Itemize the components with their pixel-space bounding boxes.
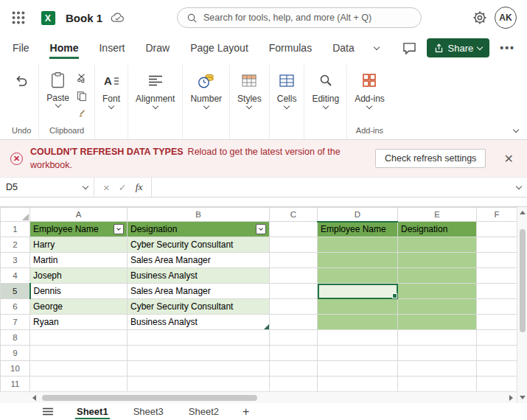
column-header-C[interactable]: C xyxy=(270,208,318,222)
account-avatar[interactable]: AK xyxy=(495,7,517,29)
row-header-5[interactable]: 5 xyxy=(1,284,30,299)
scroll-down-arrow-icon[interactable] xyxy=(520,396,526,399)
menu-item-data[interactable]: Data xyxy=(332,37,355,59)
ribbon-group-number[interactable]: Number xyxy=(183,65,230,139)
cell-A11[interactable] xyxy=(30,377,128,392)
cell-F6[interactable] xyxy=(477,299,517,315)
cell-B10[interactable] xyxy=(128,361,270,377)
cell-C2[interactable] xyxy=(270,237,318,253)
cut-icon[interactable] xyxy=(77,72,87,85)
cell-A5[interactable]: Dennis xyxy=(30,284,128,299)
cell-A9[interactable] xyxy=(30,346,128,361)
cell-A7[interactable]: Ryaan xyxy=(30,315,128,330)
cell-C9[interactable] xyxy=(270,346,318,361)
column-header-A[interactable]: A xyxy=(30,208,128,222)
cell-C1[interactable] xyxy=(270,222,318,237)
row-header-4[interactable]: 4 xyxy=(1,268,30,284)
cloud-saved-icon[interactable] xyxy=(110,12,126,24)
row-header-6[interactable]: 6 xyxy=(1,299,30,315)
row-header-7[interactable]: 7 xyxy=(1,315,30,330)
menu-overflow-chevron-icon[interactable] xyxy=(373,43,379,49)
add-sheet-button[interactable]: + xyxy=(242,406,249,418)
menu-item-page-layout[interactable]: Page Layout xyxy=(189,37,249,59)
sheet-tab-sheet1[interactable]: Sheet1 xyxy=(75,405,110,419)
cell-C7[interactable] xyxy=(270,315,318,330)
filter-button[interactable] xyxy=(256,224,266,234)
cell-D9[interactable] xyxy=(318,346,398,361)
share-button[interactable]: Share xyxy=(427,38,490,57)
search-bar[interactable] xyxy=(177,7,422,28)
cell-B9[interactable] xyxy=(128,346,270,361)
cell-A4[interactable]: Joseph xyxy=(30,268,128,284)
horizontal-scroll-thumb[interactable] xyxy=(42,395,257,401)
gear-icon[interactable] xyxy=(472,10,487,25)
cell-F9[interactable] xyxy=(477,346,517,361)
row-header-9[interactable]: 9 xyxy=(1,346,30,361)
cell-B3[interactable]: Sales Area Manager xyxy=(128,253,270,268)
cell-F3[interactable] xyxy=(477,253,517,268)
column-header-F[interactable]: F xyxy=(477,208,517,222)
ribbon-group-styles[interactable]: Styles xyxy=(230,65,270,139)
cell-A6[interactable]: George xyxy=(30,299,128,315)
cell-E9[interactable] xyxy=(398,346,477,361)
cell-B5[interactable]: Sales Area Manager xyxy=(128,284,270,299)
cell-E11[interactable] xyxy=(398,377,477,392)
ribbon-group-cells[interactable]: Cells xyxy=(270,65,305,139)
cell-A10[interactable] xyxy=(30,361,128,377)
cell-C3[interactable] xyxy=(270,253,318,268)
column-header-E[interactable]: E xyxy=(398,208,477,222)
cell-E3[interactable] xyxy=(398,253,477,268)
app-launcher-icon[interactable] xyxy=(10,10,27,26)
cell-F1[interactable] xyxy=(477,222,517,237)
undo-icon[interactable] xyxy=(14,69,29,91)
filter-button[interactable] xyxy=(114,224,124,234)
close-notification-icon[interactable]: ✕ xyxy=(501,152,517,166)
cell-E5[interactable] xyxy=(398,284,477,299)
cell-A8[interactable] xyxy=(30,330,128,346)
cell-E7[interactable] xyxy=(398,315,477,330)
row-header-8[interactable]: 8 xyxy=(1,330,30,346)
cell-F8[interactable] xyxy=(477,330,517,346)
row-header-10[interactable]: 10 xyxy=(1,361,30,377)
cancel-entry-icon[interactable]: × xyxy=(103,182,110,193)
insert-function-icon[interactable]: fx xyxy=(136,181,143,193)
cell-B8[interactable] xyxy=(128,330,270,346)
cell-C4[interactable] xyxy=(270,268,318,284)
scroll-left-arrow-icon[interactable] xyxy=(32,395,36,401)
copy-icon[interactable] xyxy=(77,91,87,104)
sheet-list-icon[interactable] xyxy=(43,407,53,416)
cell-E6[interactable] xyxy=(398,299,477,315)
cell-C6[interactable] xyxy=(270,299,318,315)
paste-button[interactable]: Paste xyxy=(46,69,69,122)
cell-E4[interactable] xyxy=(398,268,477,284)
ribbon-group-font[interactable]: A Font xyxy=(95,65,128,139)
cell-D11[interactable] xyxy=(318,377,398,392)
name-box-chevron-icon[interactable] xyxy=(83,183,88,189)
cell-D6[interactable] xyxy=(318,299,398,315)
cell-E1[interactable]: Designation xyxy=(398,222,477,237)
cell-B11[interactable] xyxy=(128,377,270,392)
more-options-icon[interactable]: ••• xyxy=(500,42,515,54)
format-painter-icon[interactable] xyxy=(77,109,87,122)
cell-D5-active[interactable] xyxy=(318,284,398,299)
cell-B1[interactable]: Designation xyxy=(128,222,270,237)
cell-B6[interactable]: Cyber Security Consultant xyxy=(128,299,270,315)
workbook-title[interactable]: Book 1 xyxy=(66,12,102,24)
menu-item-formulas[interactable]: Formulas xyxy=(268,37,313,59)
expand-formula-bar-chevron-icon[interactable] xyxy=(516,183,522,189)
scroll-up-arrow-icon[interactable] xyxy=(520,211,526,214)
cell-F11[interactable] xyxy=(477,377,517,392)
cell-E2[interactable] xyxy=(398,237,477,253)
cell-F5[interactable] xyxy=(477,284,517,299)
cell-F4[interactable] xyxy=(477,268,517,284)
cell-D10[interactable] xyxy=(318,361,398,377)
comments-icon[interactable] xyxy=(402,42,416,55)
cell-D7[interactable] xyxy=(318,315,398,330)
column-header-D[interactable]: D xyxy=(318,208,398,222)
cell-D1[interactable]: Employee Name xyxy=(318,222,398,237)
select-all-button[interactable] xyxy=(1,208,30,222)
menu-item-file[interactable]: File xyxy=(12,37,30,59)
ribbon-group-editing[interactable]: Editing xyxy=(304,65,347,139)
cell-C8[interactable] xyxy=(270,330,318,346)
vertical-scrollbar[interactable] xyxy=(517,207,527,403)
